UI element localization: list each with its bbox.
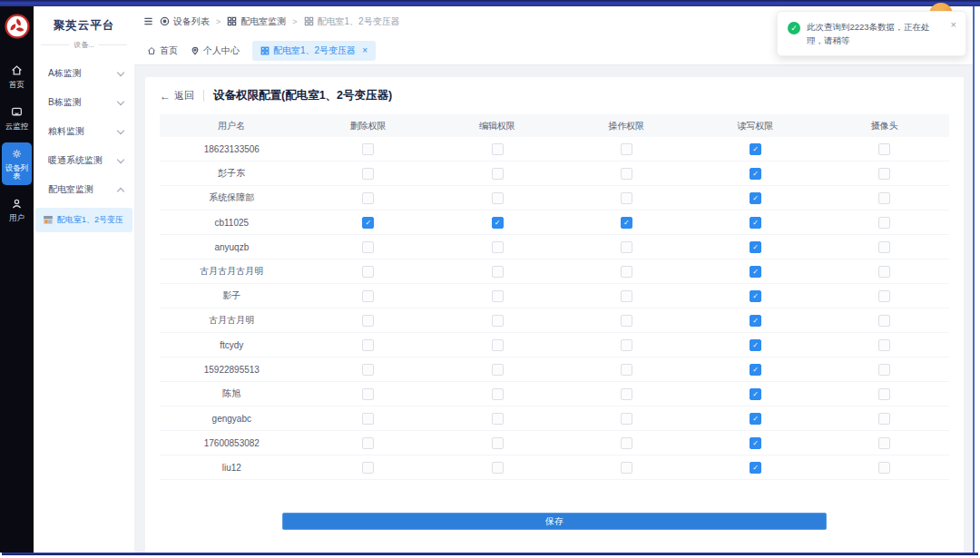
checkbox-unchecked[interactable] [621,290,632,302]
checkbox-checked[interactable] [750,290,761,302]
checkbox-unchecked[interactable] [878,217,890,229]
checkbox-checked[interactable] [750,168,761,180]
permissions-table: 用户名 删除权限 编辑权限 操作权限 读写权限 摄像头 18623133506彭… [160,114,949,480]
sidebar-subitem-transformer[interactable]: 配电室1、2号变压 [35,208,132,232]
checkbox-checked[interactable] [750,437,761,449]
checkbox-unchecked[interactable] [492,143,504,155]
checkbox-unchecked[interactable] [878,462,890,474]
checkbox-unchecked[interactable] [362,266,374,278]
checkbox-unchecked[interactable] [492,290,504,302]
checkbox-unchecked[interactable] [878,168,890,180]
checkbox-checked[interactable] [750,266,761,278]
checkbox-checked[interactable] [750,339,761,351]
checkbox-checked[interactable] [750,217,761,229]
breadcrumb-item-power-room[interactable]: 配电室监测 [227,15,286,28]
permission-cell [562,455,691,480]
checkbox-unchecked[interactable] [492,266,504,278]
checkbox-unchecked[interactable] [878,241,890,253]
permission-cell [433,406,562,431]
user-name-cell: 古月古月古月明 [160,259,304,284]
checkbox-unchecked[interactable] [362,168,374,180]
checkbox-unchecked[interactable] [878,143,890,155]
checkbox-unchecked[interactable] [492,168,504,180]
sidebar-item-feed-monitor[interactable]: 粮料监测 [34,117,134,146]
tab-close-icon[interactable]: × [362,45,368,55]
checkbox-unchecked[interactable] [492,339,504,351]
checkbox-unchecked[interactable] [362,364,374,376]
checkbox-unchecked[interactable] [621,168,632,180]
checkbox-checked[interactable] [750,388,761,400]
checkbox-checked[interactable] [750,364,761,376]
checkbox-unchecked[interactable] [362,290,374,302]
checkbox-unchecked[interactable] [878,266,890,278]
checkbox-checked[interactable] [750,143,761,155]
checkbox-unchecked[interactable] [492,315,504,327]
checkbox-unchecked[interactable] [362,241,374,253]
checkbox-unchecked[interactable] [362,388,374,400]
sidebar-item-hvac-monitor[interactable]: 暖通系统监测 [34,146,134,175]
breadcrumb-item-device-list[interactable]: 设备列表 [160,15,210,28]
icon-rail: 首页 云监控 设备列表 用户 [0,6,34,553]
rail-item-home[interactable]: 首页 [2,59,32,93]
checkbox-checked[interactable] [750,413,761,425]
checkbox-unchecked[interactable] [878,339,890,351]
sidebar-item-a-building[interactable]: A栋监测 [34,59,134,88]
col-delete-permission: 删除权限 [304,114,433,137]
chevron-down-icon [117,127,124,134]
checkbox-checked[interactable] [621,217,632,229]
checkbox-unchecked[interactable] [362,192,374,204]
checkbox-unchecked[interactable] [362,315,374,327]
checkbox-unchecked[interactable] [878,315,890,327]
rail-item-cloud-monitor[interactable]: 云监控 [2,101,32,135]
checkbox-unchecked[interactable] [878,290,890,302]
checkbox-unchecked[interactable] [621,339,632,351]
checkbox-unchecked[interactable] [621,364,632,376]
permission-cell [820,137,949,162]
sidebar-item-power-room-monitor[interactable]: 配电室监测 [34,175,134,204]
checkbox-unchecked[interactable] [878,192,890,204]
checkbox-unchecked[interactable] [621,388,632,400]
checkbox-unchecked[interactable] [878,437,890,449]
checkbox-checked[interactable] [750,315,761,327]
tab-transformer[interactable]: 配电室1、2号变压器 × [252,41,376,61]
checkbox-checked[interactable] [750,462,761,474]
checkbox-checked[interactable] [362,217,374,229]
checkbox-unchecked[interactable] [621,192,632,204]
checkbox-unchecked[interactable] [621,315,632,327]
rail-item-device-list[interactable]: 设备列表 [2,142,32,185]
sidebar-item-b-building[interactable]: B栋监测 [34,88,134,117]
checkbox-unchecked[interactable] [878,364,890,376]
checkbox-unchecked[interactable] [362,437,374,449]
checkbox-checked[interactable] [750,241,761,253]
checkbox-unchecked[interactable] [492,192,504,204]
checkbox-unchecked[interactable] [878,413,890,425]
tab-home[interactable]: 首页 [147,44,178,57]
close-icon[interactable]: × [951,20,956,47]
breadcrumb-item-transformer[interactable]: 配电室1、2号变压器 [304,15,400,28]
checkbox-unchecked[interactable] [492,241,504,253]
checkbox-unchecked[interactable] [878,388,890,400]
checkbox-checked[interactable] [492,217,504,229]
checkbox-unchecked[interactable] [492,413,504,425]
tab-personal-center[interactable]: 个人中心 [191,44,240,57]
checkbox-unchecked[interactable] [362,143,374,155]
save-button[interactable]: 保存 [282,513,827,530]
checkbox-unchecked[interactable] [621,266,632,278]
checkbox-unchecked[interactable] [362,462,374,474]
permission-cell [820,357,949,382]
checkbox-unchecked[interactable] [492,462,504,474]
checkbox-unchecked[interactable] [492,388,504,400]
rail-item-users[interactable]: 用户 [2,192,32,227]
checkbox-unchecked[interactable] [621,241,632,253]
checkbox-unchecked[interactable] [492,364,504,376]
checkbox-unchecked[interactable] [362,339,374,351]
checkbox-unchecked[interactable] [621,143,632,155]
checkbox-checked[interactable] [750,192,761,204]
collapse-sidebar-icon[interactable] [143,16,153,26]
checkbox-unchecked[interactable] [621,437,632,449]
back-button[interactable]: ← 返回 [160,89,194,103]
checkbox-unchecked[interactable] [621,413,632,425]
checkbox-unchecked[interactable] [492,437,504,449]
checkbox-unchecked[interactable] [362,413,374,425]
checkbox-unchecked[interactable] [621,462,632,474]
